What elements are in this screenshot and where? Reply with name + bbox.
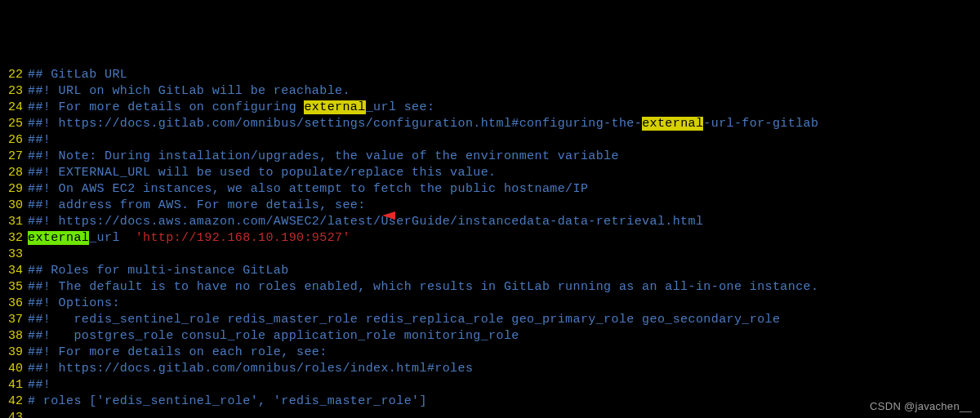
search-highlight: external (28, 231, 89, 245)
line-number: 43 (0, 410, 28, 418)
line-content[interactable]: ##! redis_sentinel_role redis_master_rol… (28, 312, 780, 328)
text-segment: ## GitLab URL (28, 68, 127, 82)
line-number: 37 (0, 312, 28, 328)
line-number: 25 (0, 116, 28, 132)
line-content[interactable]: external_url 'http://192.168.10.190:9527… (28, 230, 350, 247)
text-segment: ##! EXTERNAL_URL will be used to populat… (28, 166, 497, 180)
watermark: CSDN @javachen__ (870, 398, 972, 415)
text-segment: ##! For more details on configuring (28, 100, 304, 114)
line-number: 32 (0, 230, 28, 247)
text-segment: -url-for-gitlab (703, 117, 818, 131)
line-content[interactable]: ##! address from AWS. For more details, … (28, 198, 366, 214)
line-number: 40 (0, 361, 28, 377)
code-line[interactable]: 22## GitLab URL (0, 67, 980, 83)
line-content[interactable]: ## GitLab URL (28, 67, 127, 83)
line-number: 39 (0, 345, 28, 361)
text-segment: ##! On AWS EC2 instances, we also attemp… (28, 182, 588, 196)
text-segment: ##! (28, 133, 51, 147)
code-line[interactable]: 25##! https://docs.gitlab.com/omnibus/se… (0, 116, 980, 132)
line-number: 34 (0, 263, 28, 279)
search-highlight: external (304, 100, 365, 114)
text-segment: ## Roles for multi-instance GitLab (28, 264, 289, 278)
code-editor[interactable]: 22## GitLab URL23##! URL on which GitLab… (0, 65, 980, 418)
text-segment: ##! https://docs.aws.amazon.com/AWSEC2/l… (28, 215, 703, 229)
line-content[interactable]: ##! (28, 377, 51, 394)
code-line[interactable]: 24##! For more details on configuring ex… (0, 100, 980, 116)
string-literal: 'http://192.168.10.190:9527' (136, 231, 350, 245)
line-content[interactable]: ##! (28, 132, 51, 149)
line-number: 33 (0, 247, 28, 263)
code-line[interactable]: 41##! (0, 377, 980, 394)
line-content[interactable]: ## Roles for multi-instance GitLab (28, 263, 289, 279)
code-line[interactable]: 23##! URL on which GitLab will be reacha… (0, 83, 980, 100)
text-segment: ##! redis_sentinel_role redis_master_rol… (28, 313, 780, 327)
line-number: 30 (0, 198, 28, 214)
line-number: 36 (0, 296, 28, 312)
text-segment: ##! URL on which GitLab will be reachabl… (28, 84, 350, 98)
code-line[interactable]: 26##! (0, 132, 980, 149)
text-segment: ##! Options: (28, 296, 120, 310)
line-content[interactable]: ##! The default is to have no roles enab… (28, 279, 818, 296)
line-number: 22 (0, 67, 28, 83)
code-line[interactable]: 29##! On AWS EC2 instances, we also atte… (0, 181, 980, 198)
line-number: 42 (0, 394, 28, 410)
text-segment: ##! https://docs.gitlab.com/omnibus/sett… (28, 117, 642, 131)
code-line[interactable]: 43 (0, 410, 980, 418)
line-content[interactable]: ##! EXTERNAL_URL will be used to populat… (28, 165, 497, 181)
text-segment: ##! For more details on each role, see: (28, 345, 327, 359)
line-number: 24 (0, 100, 28, 116)
line-content[interactable]: ##! Options: (28, 296, 120, 312)
line-content[interactable]: ##! https://docs.aws.amazon.com/AWSEC2/l… (28, 214, 703, 230)
text-segment: _url see: (366, 100, 435, 114)
line-content[interactable]: ##! For more details on each role, see: (28, 345, 327, 361)
line-number: 31 (0, 214, 28, 230)
line-number: 26 (0, 132, 28, 149)
line-content[interactable]: ##! Note: During installation/upgrades, … (28, 149, 619, 165)
line-content[interactable]: ##! On AWS EC2 instances, we also attemp… (28, 181, 588, 198)
line-content[interactable]: # roles ['redis_sentinel_role', 'redis_m… (28, 394, 427, 410)
line-content[interactable]: ##! URL on which GitLab will be reachabl… (28, 83, 350, 100)
line-number: 27 (0, 149, 28, 165)
text-segment: ##! postgres_role consul_role applicatio… (28, 329, 519, 343)
code-line[interactable]: 31##! https://docs.aws.amazon.com/AWSEC2… (0, 214, 980, 230)
code-line[interactable]: 32external_url 'http://192.168.10.190:95… (0, 230, 980, 247)
code-line[interactable]: 33 (0, 247, 980, 263)
code-line[interactable]: 39##! For more details on each role, see… (0, 345, 980, 361)
text-segment: _url (89, 231, 135, 245)
code-line[interactable]: 35##! The default is to have no roles en… (0, 279, 980, 296)
line-number: 29 (0, 181, 28, 198)
code-line[interactable]: 30##! address from AWS. For more details… (0, 198, 980, 214)
code-line[interactable]: 36##! Options: (0, 296, 980, 312)
line-content[interactable]: ##! For more details on configuring exte… (28, 100, 434, 116)
line-content[interactable]: ##! postgres_role consul_role applicatio… (28, 328, 519, 345)
line-number: 23 (0, 83, 28, 100)
code-line[interactable]: 27##! Note: During installation/upgrades… (0, 149, 980, 165)
text-segment: ##! address from AWS. For more details, … (28, 198, 366, 212)
code-line[interactable]: 40##! https://docs.gitlab.com/omnibus/ro… (0, 361, 980, 377)
text-segment: ##! Note: During installation/upgrades, … (28, 149, 619, 163)
line-number: 41 (0, 377, 28, 394)
search-highlight: external (642, 117, 703, 131)
code-line[interactable]: 42# roles ['redis_sentinel_role', 'redis… (0, 394, 980, 410)
code-line[interactable]: 28##! EXTERNAL_URL will be used to popul… (0, 165, 980, 181)
text-segment: ##! (28, 378, 51, 392)
line-number: 38 (0, 328, 28, 345)
code-line[interactable]: 34## Roles for multi-instance GitLab (0, 263, 980, 279)
text-segment: ##! https://docs.gitlab.com/omnibus/role… (28, 362, 473, 376)
code-line[interactable]: 38##! postgres_role consul_role applicat… (0, 328, 980, 345)
text-segment: ##! The default is to have no roles enab… (28, 280, 818, 294)
text-segment: # roles ['redis_sentinel_role', 'redis_m… (28, 394, 427, 408)
line-number: 28 (0, 165, 28, 181)
code-line[interactable]: 37##! redis_sentinel_role redis_master_r… (0, 312, 980, 328)
line-number: 35 (0, 279, 28, 296)
line-content[interactable]: ##! https://docs.gitlab.com/omnibus/role… (28, 361, 473, 377)
line-content[interactable]: ##! https://docs.gitlab.com/omnibus/sett… (28, 116, 818, 132)
